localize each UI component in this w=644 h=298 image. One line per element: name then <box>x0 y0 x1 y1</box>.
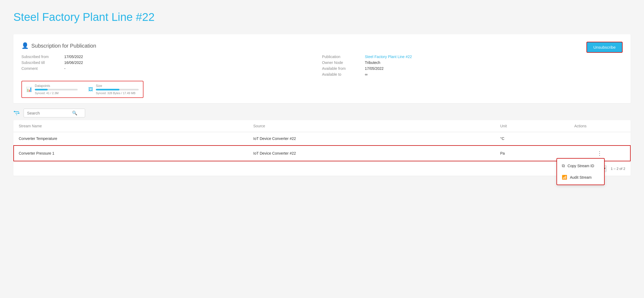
available-from-value: 17/05/2022 <box>365 66 384 71</box>
publication-value: Steel Factory Plant Line #22 <box>365 55 412 59</box>
stream-name-cell-1: Converter Temperature <box>13 132 248 145</box>
audit-stream-item[interactable]: 📶 Audit Stream <box>557 171 604 183</box>
filter-button[interactable] <box>13 110 20 116</box>
actions-cell-2: ⋮ ⧉ Copy Stream ID 📶 Audit Stream <box>569 145 631 162</box>
publication-label: Publication <box>322 55 359 59</box>
size-bar <box>96 89 119 90</box>
subscribed-till-value: 16/06/2022 <box>64 60 83 65</box>
three-dots-button[interactable]: ⋮ <box>595 150 605 157</box>
copy-icon: ⧉ <box>562 163 565 168</box>
data-table: Stream Name Source Unit Actions Converte… <box>13 120 631 161</box>
datapoints-synced: Synced: 41 / 2.3M <box>35 91 78 95</box>
section-header: 👤 Subscription for Publication <box>21 42 623 49</box>
actions-menu: ⋮ ⧉ Copy Stream ID 📶 Audit Stream <box>595 150 605 157</box>
progress-section: 📊 Datapoints Synced: 41 / 2.3M 🖼 Size Sy… <box>21 81 143 98</box>
datapoints-content: Datapoints Synced: 41 / 2.3M <box>35 84 78 95</box>
col-unit-header: Unit <box>495 120 569 132</box>
info-left: Subscribed from 17/05/2022 Subscribed ti… <box>21 55 322 77</box>
publication-row: Publication Steel Factory Plant Line #22 <box>322 55 623 59</box>
available-to-value: ∞ <box>365 72 368 77</box>
owner-node-row: Owner Node Tributech <box>322 60 623 65</box>
pagination-info: 1 – 2 of 2 <box>611 167 625 171</box>
search-section: 🔍 <box>13 109 631 117</box>
subscribed-from-label: Subscribed from <box>21 55 59 59</box>
datapoints-icon: 📊 <box>26 86 32 92</box>
unit-cell-1: °C <box>495 132 569 145</box>
table-row: Converter Pressure 1 IoT Device Converte… <box>13 145 631 162</box>
source-cell-2: IoT Device Converter #22 <box>248 145 495 162</box>
stream-name-cell-2: Converter Pressure 1 <box>13 145 248 162</box>
table-footer: Items per page: 15 25 50 1 – 2 of 2 <box>13 161 631 176</box>
info-grid: Subscribed from 17/05/2022 Subscribed ti… <box>21 55 623 77</box>
datapoints-progress: 📊 Datapoints Synced: 41 / 2.3M <box>26 84 78 95</box>
available-to-row: Available to ∞ <box>322 72 623 77</box>
subscription-icon: 👤 <box>21 42 29 49</box>
size-label: Size <box>96 84 139 88</box>
copy-stream-id-item[interactable]: ⧉ Copy Stream ID <box>557 160 604 171</box>
size-synced: Synced: 328 Bytes / 17.49 MB <box>96 91 139 95</box>
search-input-wrap: 🔍 <box>24 109 85 117</box>
info-right: Publication Steel Factory Plant Line #22… <box>322 55 623 77</box>
subscribed-from-value: 17/05/2022 <box>64 55 83 59</box>
svg-point-4 <box>18 113 19 113</box>
available-from-row: Available from 17/05/2022 <box>322 66 623 71</box>
col-source-header: Source <box>248 120 495 132</box>
unsubscribe-button[interactable]: Unsubscribe <box>586 42 623 53</box>
comment-row: Comment - <box>21 66 322 71</box>
table-header-row: Stream Name Source Unit Actions <box>13 120 631 132</box>
filter-icon <box>13 110 20 116</box>
datapoints-bar <box>35 89 48 90</box>
audit-stream-label: Audit Stream <box>570 175 592 179</box>
subscription-card: 👤 Subscription for Publication Unsubscri… <box>13 34 631 103</box>
col-stream-header: Stream Name <box>13 120 248 132</box>
subscribed-till-label: Subscribed till <box>21 60 59 65</box>
owner-node-value: Tributech <box>365 60 380 65</box>
table-row: Converter Temperature IoT Device Convert… <box>13 132 631 145</box>
search-icon: 🔍 <box>72 110 77 116</box>
svg-point-3 <box>14 111 15 112</box>
dropdown-menu: ⧉ Copy Stream ID 📶 Audit Stream <box>556 158 605 185</box>
datapoints-label: Datapoints <box>35 84 78 88</box>
datapoints-bar-wrap <box>35 89 78 90</box>
search-input[interactable] <box>27 111 70 115</box>
table-section: Stream Name Source Unit Actions Converte… <box>13 120 631 176</box>
source-cell-1: IoT Device Converter #22 <box>248 132 495 145</box>
size-icon: 🖼 <box>88 87 93 92</box>
actions-cell-1 <box>569 132 631 145</box>
copy-stream-id-label: Copy Stream ID <box>567 164 594 168</box>
owner-node-label: Owner Node <box>322 60 359 65</box>
subscribed-from-row: Subscribed from 17/05/2022 <box>21 55 322 59</box>
available-to-label: Available to <box>322 72 359 77</box>
available-from-label: Available from <box>322 66 359 71</box>
audit-icon: 📶 <box>562 175 567 180</box>
page-title: Steel Factory Plant Line #22 <box>13 11 631 24</box>
comment-label: Comment <box>21 66 59 71</box>
size-progress: 🖼 Size Synced: 328 Bytes / 17.49 MB <box>88 84 139 95</box>
size-content: Size Synced: 328 Bytes / 17.49 MB <box>96 84 139 95</box>
col-actions-header: Actions <box>569 120 631 132</box>
size-bar-wrap <box>96 89 139 90</box>
comment-value: - <box>64 66 66 71</box>
section-title: Subscription for Publication <box>31 43 96 49</box>
subscribed-till-row: Subscribed till 16/06/2022 <box>21 60 322 65</box>
